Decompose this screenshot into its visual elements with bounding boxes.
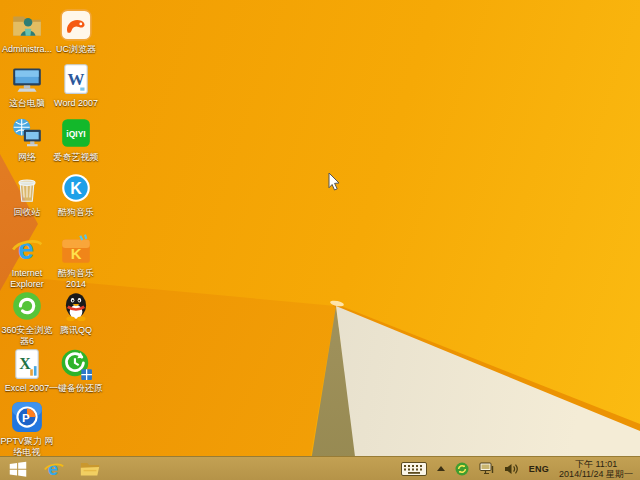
network-tray-icon[interactable] xyxy=(474,457,499,480)
desktop-icon-administrator-folder[interactable]: Administra... xyxy=(0,8,55,55)
clock-time: 下午 11:01 xyxy=(559,459,633,469)
windows-desktop: Administra...UC浏览器这台电脑WWord 2007网络iQIYI爱… xyxy=(0,0,640,480)
svg-text:X: X xyxy=(19,355,31,372)
desktop-icon-recycle-bin[interactable]: 回收站 xyxy=(0,171,55,218)
desktop-icon-label: 一键备份还原 xyxy=(48,383,104,394)
recycle-bin-icon xyxy=(10,171,44,205)
desktop-icon-word-2007[interactable]: WWord 2007 xyxy=(48,62,104,109)
svg-text:K: K xyxy=(70,180,82,197)
desktop-icon-tencent-qq[interactable]: 腾讯QQ xyxy=(48,289,104,336)
uc-browser-icon xyxy=(59,8,93,42)
ie-icon: e xyxy=(43,458,65,480)
system-tray: ENG 下午 11:01 2014/11/24 星期一 xyxy=(396,457,640,480)
desktop-icon-label: 爱奇艺视频 xyxy=(48,152,104,163)
taskbar: e xyxy=(0,456,640,480)
desktop-icon-label: Administra... xyxy=(0,44,55,55)
iqiyi-video-icon: iQIYI xyxy=(59,116,93,150)
desktop-icon-uc-browser[interactable]: UC浏览器 xyxy=(48,8,104,55)
network-icon xyxy=(10,116,44,150)
desktop-icon-excel-2007[interactable]: XExcel 2007 xyxy=(0,347,55,394)
svg-text:iQIYI: iQIYI xyxy=(66,129,85,139)
desktop-icon-360-safe-browser-6[interactable]: 360安全浏览 器6 xyxy=(0,289,55,347)
desktop-icon-label: 网络 xyxy=(0,152,55,163)
desktop-icon-label: UC浏览器 xyxy=(48,44,104,55)
word-2007-icon: W xyxy=(59,62,93,96)
administrator-folder-icon xyxy=(10,8,44,42)
svg-text:e: e xyxy=(18,233,34,265)
pptv-network-tv-icon: P xyxy=(10,400,44,434)
svg-text:W: W xyxy=(68,70,85,89)
desktop-icon-network[interactable]: 网络 xyxy=(0,116,55,163)
svg-text:K: K xyxy=(71,246,82,262)
taskbar-internet-explorer[interactable]: e xyxy=(36,457,72,480)
desktop-icon-label: Word 2007 xyxy=(48,98,104,109)
desktop-icon-kugou-music-2014[interactable]: K酷狗音乐 2014 xyxy=(48,232,104,290)
desktop-icon-label: 腾讯QQ xyxy=(48,325,104,336)
desktop-icon-kugou-music[interactable]: K酷狗音乐 xyxy=(48,171,104,218)
mouse-cursor-icon xyxy=(328,172,341,191)
desktop-icon-internet-explorer[interactable]: eInternet Explorer xyxy=(0,232,55,290)
desktop-icon-label: Excel 2007 xyxy=(0,383,55,394)
desktop-icon-label: PPTV聚力 网 络电视 xyxy=(0,436,55,458)
onekey-backup-restore-icon xyxy=(59,347,93,381)
desktop-icon-label: 这台电脑 xyxy=(0,98,55,109)
desktop-icon-label: 酷狗音乐 xyxy=(48,207,104,218)
desktop-icon-label: Internet Explorer xyxy=(0,268,55,290)
language-indicator[interactable]: ENG xyxy=(523,464,555,474)
kugou-music-icon: K xyxy=(59,171,93,205)
clock-date: 2014/11/24 星期一 xyxy=(559,469,633,479)
desktop-icon-label: 360安全浏览 器6 xyxy=(0,325,55,347)
svg-text:P: P xyxy=(22,411,30,424)
desktop-icon-label: 回收站 xyxy=(0,207,55,218)
desktop-icon-pptv-network-tv[interactable]: PPPTV聚力 网 络电视 xyxy=(0,400,55,458)
explorer-icon xyxy=(79,458,101,480)
desktop-icon-grid: Administra...UC浏览器这台电脑WWord 2007网络iQIYI爱… xyxy=(0,0,120,456)
start-button[interactable] xyxy=(0,457,36,480)
this-pc-icon xyxy=(10,62,44,96)
360-security-tray-icon[interactable] xyxy=(450,457,474,480)
taskbar-buttons: e xyxy=(0,457,108,480)
volume-tray-icon[interactable] xyxy=(499,457,523,480)
360-safe-browser-6-icon xyxy=(10,289,44,323)
touch-keyboard-icon[interactable] xyxy=(396,457,432,480)
tencent-qq-icon xyxy=(59,289,93,323)
desktop-icon-onekey-backup-restore[interactable]: 一键备份还原 xyxy=(48,347,104,394)
taskbar-file-explorer[interactable] xyxy=(72,457,108,480)
caret-up-icon xyxy=(437,466,445,471)
desktop-icon-iqiyi-video[interactable]: iQIYI爱奇艺视频 xyxy=(48,116,104,163)
desktop-icon-label: 酷狗音乐 2014 xyxy=(48,268,104,290)
excel-2007-icon: X xyxy=(10,347,44,381)
desktop-icon-this-pc[interactable]: 这台电脑 xyxy=(0,62,55,109)
svg-text:e: e xyxy=(48,458,58,479)
start-icon xyxy=(7,458,29,480)
taskbar-clock[interactable]: 下午 11:01 2014/11/24 星期一 xyxy=(555,459,637,479)
internet-explorer-icon: e xyxy=(10,232,44,266)
kugou-music-2014-icon: K xyxy=(59,232,93,266)
show-hidden-icons-icon[interactable] xyxy=(432,457,450,480)
